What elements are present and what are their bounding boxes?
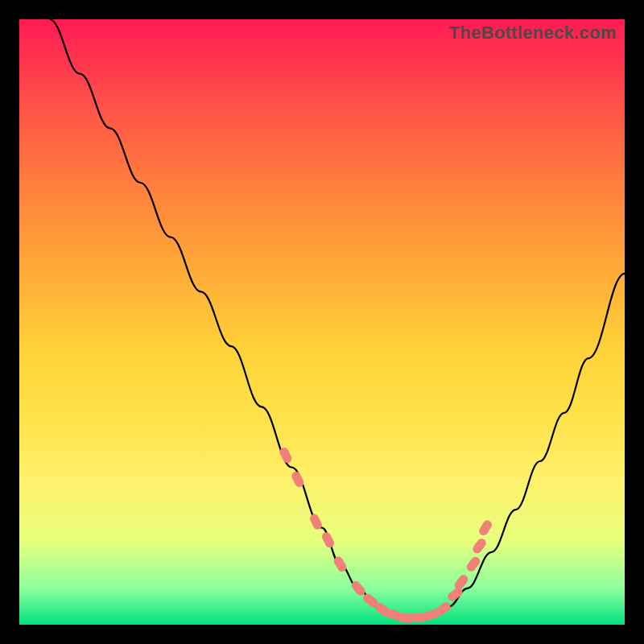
curve-svg xyxy=(19,19,625,625)
svg-rect-16 xyxy=(471,537,488,555)
bottleneck-curve xyxy=(50,19,625,619)
svg-rect-3 xyxy=(320,530,336,549)
marker-group xyxy=(278,446,493,622)
chart-frame: TheBottleneck.com xyxy=(0,0,644,644)
marker-point xyxy=(471,537,488,555)
svg-rect-17 xyxy=(477,518,493,537)
marker-point xyxy=(320,530,336,549)
marker-point xyxy=(477,518,493,537)
plot-area: TheBottleneck.com xyxy=(19,19,625,625)
